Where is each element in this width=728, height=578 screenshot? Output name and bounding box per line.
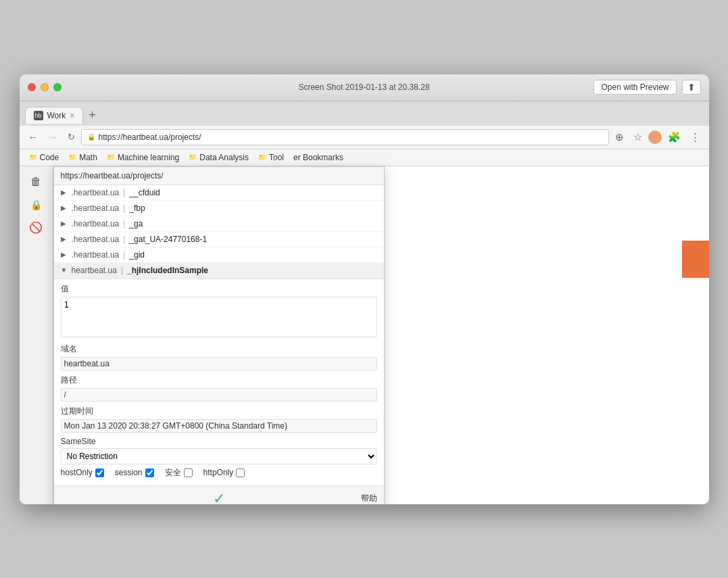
back-button[interactable]: ← — [25, 130, 42, 144]
cookie-popup-footer: ✓ 帮助 — [54, 485, 384, 504]
cookie-name: __cfduid — [129, 188, 160, 197]
tab-bar: hb Work × + — [20, 101, 709, 126]
cookie-url: https://heartbeat.ua/projects/ — [61, 171, 164, 180]
cookie-entry-fbp[interactable]: ▶ .heartbeat.ua | _fbp — [54, 201, 384, 216]
maximize-button[interactable] — [53, 83, 62, 91]
folder-icon: 📁 — [68, 153, 76, 161]
domain-value: heartbeat.ua — [61, 357, 377, 370]
bookmark-button[interactable]: ☆ — [630, 130, 646, 145]
httponly-checkbox-item: httpOnly — [203, 468, 245, 477]
tab-close-button[interactable]: × — [70, 111, 74, 120]
cookie-entry-gid[interactable]: ▶ .heartbeat.ua | _gid — [54, 247, 384, 263]
help-button[interactable]: 帮助 — [361, 493, 377, 504]
cookie-name: _gat_UA-24770168-1 — [129, 235, 207, 244]
title-bar-actions: Open with Preview ⬆ — [593, 80, 700, 95]
cookie-domain: .heartbeat.ua — [72, 203, 120, 213]
httponly-label: httpOnly — [203, 468, 234, 477]
delete-tool[interactable]: 🗑 — [26, 172, 46, 192]
secure-checkbox-item: 安全 — [165, 467, 193, 479]
cookie-name: _fbp — [129, 203, 145, 213]
domain-label: 域名 — [61, 343, 377, 355]
cookie-name: _ga — [129, 219, 143, 228]
cookie-list-header: https://heartbeat.ua/projects/ — [54, 167, 384, 185]
samesite-label: SameSite — [61, 437, 377, 446]
left-panel: 🗑 🔒 🚫 — [20, 166, 53, 504]
cookie-name: _gid — [129, 250, 145, 260]
new-tab-button[interactable]: + — [86, 108, 99, 122]
cookie-entry-ga[interactable]: ▶ .heartbeat.ua | _ga — [54, 216, 384, 232]
tab-title: Work — [47, 111, 66, 120]
expand-arrow: ▼ — [61, 266, 69, 274]
cookie-domain: .heartbeat.ua — [72, 235, 120, 244]
cookie-domain: .heartbeat.ua — [72, 219, 120, 228]
extension-button[interactable]: 🧩 — [664, 130, 684, 145]
path-value: / — [61, 388, 377, 402]
samesite-select[interactable]: No Restriction Lax Strict — [61, 448, 377, 464]
path-label: 路径 — [61, 375, 377, 386]
bookmark-code[interactable]: 📁 Code — [25, 151, 64, 164]
browser-actions: ⊕ ☆ 🧩 ⋮ — [612, 130, 704, 145]
window-frame: Screen Shot 2019-01-13 at 20.38.28 Open … — [20, 74, 709, 504]
cookie-entry-hj[interactable]: ▼ heartbeat.ua | _hjIncludedInSample — [54, 263, 384, 279]
folder-icon: 📁 — [258, 153, 266, 161]
hostonly-checkbox[interactable] — [95, 468, 104, 477]
expand-arrow: ▶ — [61, 251, 69, 258]
expand-arrow: ▶ — [61, 220, 69, 227]
block-tool[interactable]: 🚫 — [26, 218, 46, 238]
bookmarks-bar: 📁 Code 📁 Math 📁 Machine learning 📁 Data … — [20, 149, 709, 166]
session-checkbox[interactable] — [145, 468, 154, 477]
lock-tool[interactable]: 🔒 — [26, 195, 46, 215]
secure-checkbox[interactable] — [184, 468, 193, 477]
hostonly-checkbox-item: hostOnly — [61, 468, 104, 477]
hostonly-label: hostOnly — [61, 468, 93, 477]
bookmark-tool[interactable]: 📁 Tool — [254, 151, 288, 164]
cookie-domain: .heartbeat.ua — [72, 250, 120, 260]
confirm-button[interactable]: ✓ — [213, 490, 225, 504]
session-checkbox-item: session — [115, 468, 154, 477]
cookie-detail-form: 值 1 域名 heartbeat.ua 路径 / 过期时间 Mon Jan 13… — [54, 279, 384, 485]
profile-icon[interactable] — [648, 130, 662, 144]
minimize-button[interactable] — [41, 83, 49, 91]
cookie-name: _hjIncludedInSample — [127, 266, 208, 275]
url-text: https://heartbeat.ua/projects/ — [99, 133, 201, 142]
cookie-domain: heartbeat.ua — [72, 266, 117, 275]
cookie-flags-row: hostOnly session 安全 httpOnly — [61, 467, 377, 479]
bookmark-data[interactable]: 📁 Data Analysis — [185, 151, 253, 164]
cookie-entry-cfduid[interactable]: ▶ .heartbeat.ua | __cfduid — [54, 185, 384, 201]
bookmark-math[interactable]: 📁 Math — [64, 151, 101, 164]
bookmark-ml[interactable]: 📁 Machine learning — [103, 151, 183, 164]
value-label: 值 — [61, 283, 377, 295]
forward-button[interactable]: → — [45, 130, 62, 144]
folder-icon: 📁 — [29, 153, 37, 161]
browser-chrome: hb Work × + ← → ↻ 🔒 https://heartbeat.ua… — [20, 101, 709, 166]
menu-button[interactable]: ⋮ — [687, 130, 704, 145]
title-bar: Screen Shot 2019-01-13 at 20.38.28 Open … — [20, 74, 709, 101]
open-preview-button[interactable]: Open with Preview — [593, 80, 676, 95]
value-input[interactable]: 1 — [61, 297, 377, 337]
tab-favicon: hb — [34, 111, 43, 120]
main-content: hb Web design system 🗑 🔒 🚫 https://heart… — [20, 166, 709, 504]
secure-label: 安全 — [165, 467, 181, 479]
bookmark-other[interactable]: er Bookmarks — [289, 151, 347, 164]
cookie-popup: https://heartbeat.ua/projects/ ▶ .heartb… — [53, 166, 385, 504]
close-button[interactable] — [28, 83, 36, 91]
httponly-checkbox[interactable] — [236, 468, 245, 477]
expiry-label: 过期时间 — [61, 406, 377, 417]
folder-icon: 📁 — [189, 153, 197, 161]
expiry-value: Mon Jan 13 2020 20:38:27 GMT+0800 (China… — [61, 419, 377, 433]
folder-icon: 📁 — [107, 153, 115, 161]
cookie-entry-gat[interactable]: ▶ .heartbeat.ua | _gat_UA-24770168-1 — [54, 232, 384, 247]
expand-arrow: ▶ — [61, 189, 69, 196]
active-tab[interactable]: hb Work × — [25, 107, 84, 124]
address-bar: ← → ↻ 🔒 https://heartbeat.ua/projects/ ⊕… — [20, 126, 709, 149]
orange-banner — [682, 241, 709, 278]
expand-arrow: ▶ — [61, 204, 69, 212]
translate-button[interactable]: ⊕ — [612, 130, 627, 145]
refresh-button[interactable]: ↻ — [64, 130, 78, 143]
cookie-entries-list: ▶ .heartbeat.ua | __cfduid ▶ .heartbeat.… — [54, 185, 384, 279]
cookie-domain: .heartbeat.ua — [72, 188, 120, 197]
share-button[interactable]: ⬆ — [682, 80, 701, 95]
traffic-lights — [28, 83, 62, 91]
url-bar[interactable]: 🔒 https://heartbeat.ua/projects/ — [81, 129, 609, 145]
lock-icon: 🔒 — [87, 133, 95, 141]
